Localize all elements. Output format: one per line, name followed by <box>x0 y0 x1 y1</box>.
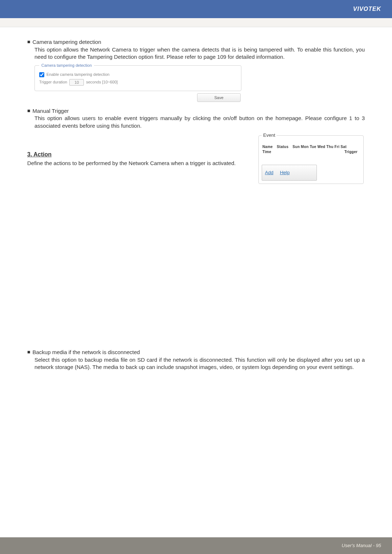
col-trigger: Trigger <box>344 149 358 155</box>
tampering-fieldset: Camera tampering detection Enable camera… <box>34 63 241 91</box>
option-backup-media-desc: Select this option to backup media file … <box>34 356 365 371</box>
col-days: Sun Mon Tue Wed Thu Fri Sat <box>293 145 347 149</box>
option-manual-trigger: ■ Manual Trigger <box>27 107 365 115</box>
trigger-duration-row: Trigger duration seconds [10~600] <box>39 79 237 86</box>
bullet-icon: ■ <box>27 107 30 115</box>
add-event-link[interactable]: Add <box>265 169 273 176</box>
col-time: Time <box>262 150 271 154</box>
enable-tampering-label: Enable camera tampering detection <box>46 72 110 77</box>
event-panel: Event Name Status Sun Mon Tue Wed Thu Fr… <box>258 132 364 184</box>
trigger-duration-input[interactable] <box>69 79 84 86</box>
help-link[interactable]: Help <box>280 169 290 176</box>
header-divider <box>0 18 392 27</box>
page-header: VIVOTEK <box>0 0 392 18</box>
trigger-duration-unit: seconds [10~600] <box>86 79 118 85</box>
save-button[interactable]: Save <box>197 93 241 102</box>
option-backup-media: ■ Backup media if the network is disconn… <box>27 348 365 356</box>
tampering-config-screenshot: Camera tampering detection Enable camera… <box>34 63 241 102</box>
tampering-enable-row: Enable camera tampering detection <box>39 72 237 77</box>
event-table-header: Name Status Sun Mon Tue Wed Thu Fri Sat … <box>262 144 360 155</box>
enable-tampering-checkbox[interactable] <box>39 72 44 77</box>
event-legend: Event <box>262 132 277 139</box>
page-footer: User's Manual - 95 <box>0 537 392 554</box>
option-title: Manual Trigger <box>32 107 69 115</box>
option-tampering-desc: This option allows the Network Camera to… <box>34 46 365 61</box>
save-row: Save <box>34 91 241 102</box>
col-name: Name <box>262 145 273 149</box>
brand-logo: VIVOTEK <box>353 5 381 13</box>
option-tampering: ■ Camera tampering detection <box>27 38 365 46</box>
trigger-duration-label: Trigger duration <box>39 79 67 85</box>
event-fieldset: Event Name Status Sun Mon Tue Wed Thu Fr… <box>258 132 364 184</box>
bullet-icon: ■ <box>27 349 30 356</box>
footer-text: User's Manual - 95 <box>342 542 381 549</box>
page-content: ■ Camera tampering detection This option… <box>0 27 392 371</box>
col-status: Status <box>277 145 289 149</box>
tampering-legend: Camera tampering detection <box>39 63 94 68</box>
option-title: Camera tampering detection <box>32 38 101 46</box>
option-manual-trigger-desc: This option allows users to enable event… <box>34 115 365 130</box>
event-actions: Add Help <box>262 165 317 181</box>
option-title: Backup media if the network is disconnec… <box>32 348 140 356</box>
bullet-icon: ■ <box>27 38 30 46</box>
